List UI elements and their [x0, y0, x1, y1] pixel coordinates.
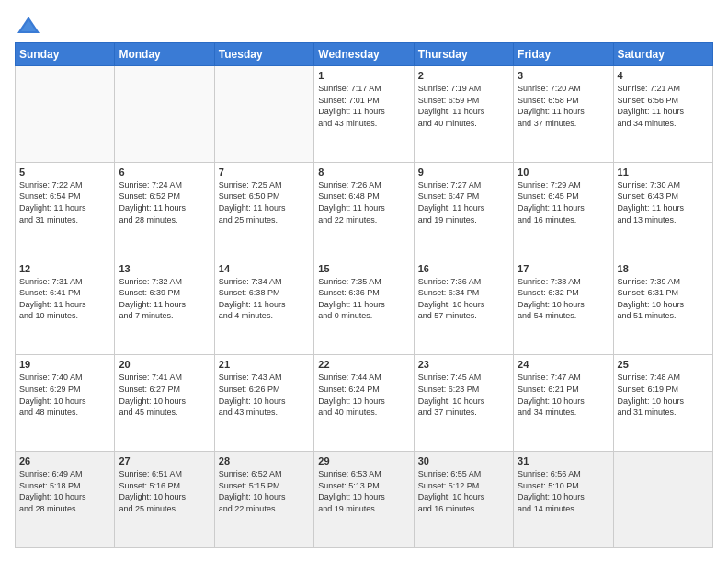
day-number: 23	[418, 359, 509, 370]
calendar-cell: 15Sunrise: 7:35 AM Sunset: 6:36 PM Dayli…	[314, 259, 414, 355]
day-info: Sunrise: 7:24 AM Sunset: 6:52 PM Dayligh…	[119, 179, 210, 225]
day-number: 29	[318, 455, 409, 466]
weekday-header-thursday: Thursday	[414, 43, 513, 66]
calendar-cell: 3Sunrise: 7:20 AM Sunset: 6:58 PM Daylig…	[514, 66, 613, 163]
calendar-cell: 25Sunrise: 7:48 AM Sunset: 6:19 PM Dayli…	[613, 355, 712, 452]
calendar-cell: 30Sunrise: 6:55 AM Sunset: 5:12 PM Dayli…	[414, 452, 513, 548]
calendar-cell: 26Sunrise: 6:49 AM Sunset: 5:18 PM Dayli…	[16, 452, 115, 548]
day-info: Sunrise: 7:36 AM Sunset: 6:34 PM Dayligh…	[418, 276, 509, 322]
calendar-cell: 21Sunrise: 7:43 AM Sunset: 6:26 PM Dayli…	[214, 355, 313, 452]
day-info: Sunrise: 6:51 AM Sunset: 5:16 PM Dayligh…	[119, 468, 210, 514]
calendar-cell: 1Sunrise: 7:17 AM Sunset: 7:01 PM Daylig…	[314, 66, 414, 163]
calendar-cell: 16Sunrise: 7:36 AM Sunset: 6:34 PM Dayli…	[414, 259, 513, 355]
day-number: 10	[518, 167, 609, 178]
calendar-cell: 7Sunrise: 7:25 AM Sunset: 6:50 PM Daylig…	[214, 162, 313, 259]
calendar-cell: 5Sunrise: 7:22 AM Sunset: 6:54 PM Daylig…	[16, 162, 115, 259]
day-number: 13	[119, 263, 210, 274]
logo-icon	[16, 15, 41, 37]
day-info: Sunrise: 7:35 AM Sunset: 6:36 PM Dayligh…	[318, 276, 409, 322]
calendar-week-4: 26Sunrise: 6:49 AM Sunset: 5:18 PM Dayli…	[16, 452, 713, 548]
day-number: 3	[518, 70, 609, 81]
day-info: Sunrise: 7:41 AM Sunset: 6:27 PM Dayligh…	[119, 372, 210, 418]
day-number: 9	[418, 167, 509, 178]
calendar-cell: 6Sunrise: 7:24 AM Sunset: 6:52 PM Daylig…	[115, 162, 214, 259]
header	[15, 15, 713, 33]
weekday-header-friday: Friday	[514, 43, 613, 66]
day-number: 25	[618, 359, 709, 370]
day-number: 16	[418, 263, 509, 274]
calendar-week-3: 19Sunrise: 7:40 AM Sunset: 6:29 PM Dayli…	[16, 355, 713, 452]
calendar-cell: 8Sunrise: 7:26 AM Sunset: 6:48 PM Daylig…	[314, 162, 414, 259]
calendar-cell: 22Sunrise: 7:44 AM Sunset: 6:24 PM Dayli…	[314, 355, 414, 452]
day-info: Sunrise: 7:29 AM Sunset: 6:45 PM Dayligh…	[518, 179, 609, 225]
calendar-week-1: 5Sunrise: 7:22 AM Sunset: 6:54 PM Daylig…	[16, 162, 713, 259]
day-info: Sunrise: 6:56 AM Sunset: 5:10 PM Dayligh…	[518, 468, 609, 514]
calendar-cell: 11Sunrise: 7:30 AM Sunset: 6:43 PM Dayli…	[613, 162, 712, 259]
day-info: Sunrise: 7:32 AM Sunset: 6:39 PM Dayligh…	[119, 276, 210, 322]
day-info: Sunrise: 6:55 AM Sunset: 5:12 PM Dayligh…	[418, 468, 509, 514]
day-info: Sunrise: 7:31 AM Sunset: 6:41 PM Dayligh…	[19, 276, 110, 322]
weekday-header-tuesday: Tuesday	[214, 43, 313, 66]
day-number: 2	[418, 70, 509, 81]
day-info: Sunrise: 7:43 AM Sunset: 6:26 PM Dayligh…	[219, 372, 310, 418]
day-info: Sunrise: 6:52 AM Sunset: 5:15 PM Dayligh…	[219, 468, 310, 514]
page: SundayMondayTuesdayWednesdayThursdayFrid…	[0, 0, 728, 563]
calendar-cell: 10Sunrise: 7:29 AM Sunset: 6:45 PM Dayli…	[514, 162, 613, 259]
day-number: 11	[618, 167, 709, 178]
day-number: 30	[418, 455, 509, 466]
day-info: Sunrise: 7:44 AM Sunset: 6:24 PM Dayligh…	[318, 372, 409, 418]
day-number: 1	[318, 70, 409, 81]
calendar-cell: 12Sunrise: 7:31 AM Sunset: 6:41 PM Dayli…	[16, 259, 115, 355]
day-info: Sunrise: 7:48 AM Sunset: 6:19 PM Dayligh…	[618, 372, 709, 418]
day-number: 5	[19, 167, 110, 178]
calendar-cell: 19Sunrise: 7:40 AM Sunset: 6:29 PM Dayli…	[16, 355, 115, 452]
calendar-cell: 9Sunrise: 7:27 AM Sunset: 6:47 PM Daylig…	[414, 162, 513, 259]
calendar-table: SundayMondayTuesdayWednesdayThursdayFrid…	[15, 42, 713, 548]
day-number: 21	[219, 359, 310, 370]
weekday-header-wednesday: Wednesday	[314, 43, 414, 66]
calendar-cell: 2Sunrise: 7:19 AM Sunset: 6:59 PM Daylig…	[414, 66, 513, 163]
day-number: 8	[318, 167, 409, 178]
calendar-cell: 27Sunrise: 6:51 AM Sunset: 5:16 PM Dayli…	[115, 452, 214, 548]
day-number: 17	[518, 263, 609, 274]
day-number: 20	[119, 359, 210, 370]
day-info: Sunrise: 7:22 AM Sunset: 6:54 PM Dayligh…	[19, 179, 110, 225]
day-info: Sunrise: 7:21 AM Sunset: 6:56 PM Dayligh…	[618, 83, 709, 129]
weekday-header-saturday: Saturday	[613, 43, 712, 66]
day-number: 24	[518, 359, 609, 370]
day-number: 22	[318, 359, 409, 370]
day-number: 15	[318, 263, 409, 274]
calendar-cell: 17Sunrise: 7:38 AM Sunset: 6:32 PM Dayli…	[514, 259, 613, 355]
day-number: 12	[19, 263, 110, 274]
day-number: 18	[618, 263, 709, 274]
day-info: Sunrise: 7:19 AM Sunset: 6:59 PM Dayligh…	[418, 83, 509, 129]
day-info: Sunrise: 7:27 AM Sunset: 6:47 PM Dayligh…	[418, 179, 509, 225]
day-number: 26	[19, 455, 110, 466]
weekday-header-row: SundayMondayTuesdayWednesdayThursdayFrid…	[16, 43, 713, 66]
calendar-week-0: 1Sunrise: 7:17 AM Sunset: 7:01 PM Daylig…	[16, 66, 713, 163]
day-number: 6	[119, 167, 210, 178]
weekday-header-monday: Monday	[115, 43, 214, 66]
day-info: Sunrise: 7:25 AM Sunset: 6:50 PM Dayligh…	[219, 179, 310, 225]
calendar-cell: 13Sunrise: 7:32 AM Sunset: 6:39 PM Dayli…	[115, 259, 214, 355]
day-info: Sunrise: 7:34 AM Sunset: 6:38 PM Dayligh…	[219, 276, 310, 322]
calendar-cell: 23Sunrise: 7:45 AM Sunset: 6:23 PM Dayli…	[414, 355, 513, 452]
calendar-cell: 14Sunrise: 7:34 AM Sunset: 6:38 PM Dayli…	[214, 259, 313, 355]
day-info: Sunrise: 7:40 AM Sunset: 6:29 PM Dayligh…	[19, 372, 110, 418]
day-number: 19	[19, 359, 110, 370]
day-info: Sunrise: 6:49 AM Sunset: 5:18 PM Dayligh…	[19, 468, 110, 514]
calendar-cell: 29Sunrise: 6:53 AM Sunset: 5:13 PM Dayli…	[314, 452, 414, 548]
day-info: Sunrise: 7:38 AM Sunset: 6:32 PM Dayligh…	[518, 276, 609, 322]
calendar-cell: 4Sunrise: 7:21 AM Sunset: 6:56 PM Daylig…	[613, 66, 712, 163]
day-info: Sunrise: 7:30 AM Sunset: 6:43 PM Dayligh…	[618, 179, 709, 225]
day-number: 31	[518, 455, 609, 466]
calendar-week-2: 12Sunrise: 7:31 AM Sunset: 6:41 PM Dayli…	[16, 259, 713, 355]
calendar-cell	[613, 452, 712, 548]
day-info: Sunrise: 7:20 AM Sunset: 6:58 PM Dayligh…	[518, 83, 609, 129]
calendar-cell: 20Sunrise: 7:41 AM Sunset: 6:27 PM Dayli…	[115, 355, 214, 452]
day-number: 28	[219, 455, 310, 466]
day-info: Sunrise: 7:26 AM Sunset: 6:48 PM Dayligh…	[318, 179, 409, 225]
day-info: Sunrise: 7:45 AM Sunset: 6:23 PM Dayligh…	[418, 372, 509, 418]
day-number: 14	[219, 263, 310, 274]
day-info: Sunrise: 7:17 AM Sunset: 7:01 PM Dayligh…	[318, 83, 409, 129]
